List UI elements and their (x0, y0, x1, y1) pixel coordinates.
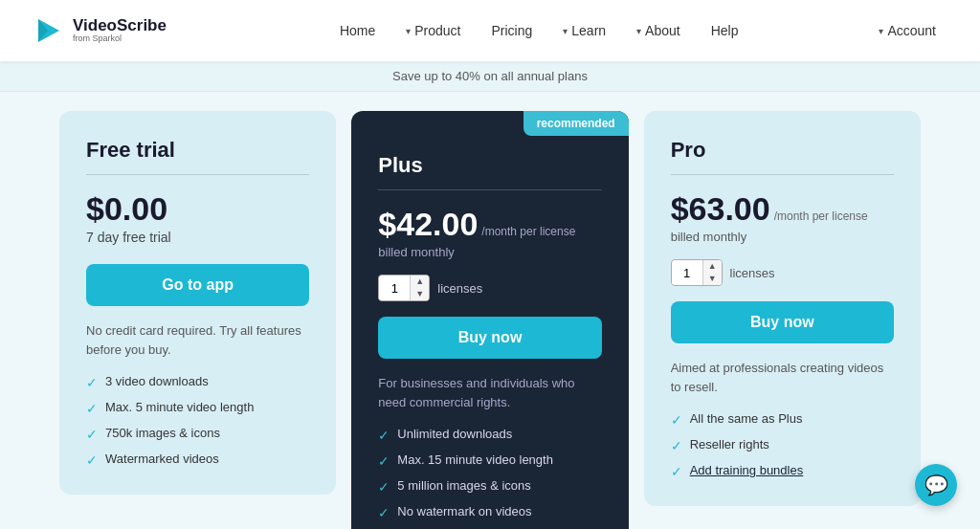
pro-license-row: ▲ ▼ licenses (671, 259, 894, 286)
check-icon: ✓ (378, 428, 390, 443)
pro-feature-list: ✓ All the same as Plus ✓ Reseller rights… (671, 411, 894, 479)
list-item: ✓ 3 video downloads (86, 374, 309, 390)
free-cta-button[interactable]: Go to app (86, 264, 309, 306)
list-item: ✓ All the same as Plus (671, 411, 894, 428)
check-icon: ✓ (378, 505, 390, 520)
pro-training-link[interactable]: Add training bundles (690, 463, 804, 477)
check-icon: ✓ (671, 438, 682, 453)
check-icon: ✓ (86, 401, 98, 416)
plus-plan-name: Plus (378, 153, 601, 178)
nav-right: ▾ Account (865, 15, 949, 46)
plus-license-label: licenses (437, 281, 482, 296)
pro-price-period: /month per license (774, 209, 868, 223)
nav-item-help[interactable]: Help (698, 15, 752, 46)
free-trial-label: 7 day free trial (86, 230, 309, 245)
check-icon: ✓ (671, 412, 682, 428)
list-item: ✓ Max. 15 minute video length (378, 452, 601, 469)
pro-license-input[interactable] (672, 262, 702, 284)
nav-item-product[interactable]: ▾ Product (392, 15, 474, 46)
pricing-grid: Free trial $0.00 7 day free trial Go to … (59, 111, 921, 529)
about-chevron-icon: ▾ (636, 26, 641, 36)
account-chevron-icon: ▾ (879, 26, 883, 36)
plus-price: $42.00 (378, 206, 478, 243)
free-price-row: $0.00 (86, 190, 309, 228)
plus-license-row: ▲ ▼ licenses (378, 275, 601, 301)
free-description: No credit card required. Try all feature… (86, 321, 309, 359)
recommended-badge: recommended (523, 111, 629, 136)
pro-price: $63.00 (671, 190, 770, 228)
plus-stepper-down[interactable]: ▼ (411, 288, 429, 300)
plus-stepper-buttons: ▲ ▼ (410, 276, 429, 300)
check-icon: ✓ (86, 375, 98, 390)
chat-icon: 💬 (924, 474, 948, 496)
list-item: ✓ Reseller rights (671, 437, 894, 453)
navbar: VideoScribe from Sparkol Home ▾ Product … (0, 0, 980, 61)
free-price: $0.00 (86, 190, 167, 228)
pro-plan-name: Pro (671, 138, 894, 163)
chat-fab[interactable]: 💬 (915, 464, 957, 506)
logo-name: VideoScribe (73, 17, 167, 35)
check-icon: ✓ (86, 427, 98, 442)
list-item: ✓ 750k images & icons (86, 426, 309, 442)
plus-price-row: $42.00 /month per license (378, 206, 601, 243)
check-icon: ✓ (378, 453, 390, 469)
nav-item-pricing[interactable]: Pricing (478, 15, 546, 46)
logo[interactable]: VideoScribe from Sparkol (31, 13, 167, 48)
pro-description: Aimed at professionals creating videos t… (671, 359, 894, 396)
free-trial-card: Free trial $0.00 7 day free trial Go to … (59, 111, 336, 495)
check-icon: ✓ (671, 464, 682, 479)
plus-description: For businesses and individuals who need … (378, 374, 601, 411)
pro-license-stepper[interactable]: ▲ ▼ (671, 259, 723, 286)
plus-card: recommended Plus $42.00 /month per licen… (351, 111, 628, 529)
pro-license-label: licenses (730, 266, 775, 280)
videoscribe-logo-icon (31, 13, 65, 48)
plus-billing: billed monthly (378, 245, 601, 259)
list-item: ✓ 5 million images & icons (378, 478, 601, 495)
plus-divider (378, 189, 601, 190)
plus-cta-button[interactable]: Buy now (378, 317, 601, 359)
free-plan-name: Free trial (86, 138, 309, 163)
pro-stepper-down[interactable]: ▼ (703, 273, 722, 285)
list-item: ✓ Watermarked videos (86, 452, 309, 468)
check-icon: ✓ (86, 452, 98, 468)
free-divider (86, 174, 309, 175)
plus-stepper-up[interactable]: ▲ (411, 276, 429, 288)
plus-price-period: /month per license (481, 225, 575, 238)
list-item: ✓ Unlimited downloads (378, 427, 601, 443)
nav-item-account[interactable]: ▾ Account (865, 15, 949, 46)
check-icon: ✓ (378, 479, 390, 495)
top-banner: Save up to 40% on all annual plans (0, 61, 980, 92)
nav-item-learn[interactable]: ▾ Learn (549, 15, 619, 46)
logo-sub: from Sparkol (73, 34, 167, 44)
pro-stepper-up[interactable]: ▲ (703, 260, 722, 273)
nav-item-home[interactable]: Home (326, 15, 389, 46)
pro-billing: billed monthly (671, 230, 894, 244)
pro-price-row: $63.00 /month per license (671, 190, 894, 228)
nav-links: Home ▾ Product Pricing ▾ Learn ▾ About H… (212, 15, 865, 46)
pro-card: Pro $63.00 /month per license billed mon… (644, 111, 921, 506)
plus-feature-list: ✓ Unlimited downloads ✓ Max. 15 minute v… (378, 427, 601, 529)
free-feature-list: ✓ 3 video downloads ✓ Max. 5 minute vide… (86, 374, 309, 468)
pro-stepper-buttons: ▲ ▼ (702, 260, 722, 285)
plus-license-stepper[interactable]: ▲ ▼ (378, 275, 430, 301)
main-content: Free trial $0.00 7 day free trial Go to … (0, 92, 980, 529)
list-item: ✓ Add training bundles (671, 463, 894, 479)
plus-license-input[interactable] (379, 277, 410, 299)
product-chevron-icon: ▾ (406, 26, 411, 36)
learn-chevron-icon: ▾ (563, 26, 568, 36)
pro-divider (671, 174, 894, 175)
list-item: ✓ No watermark on videos (378, 504, 601, 520)
nav-item-about[interactable]: ▾ About (623, 15, 694, 46)
pro-cta-button[interactable]: Buy now (671, 301, 894, 343)
list-item: ✓ Max. 5 minute video length (86, 400, 309, 416)
